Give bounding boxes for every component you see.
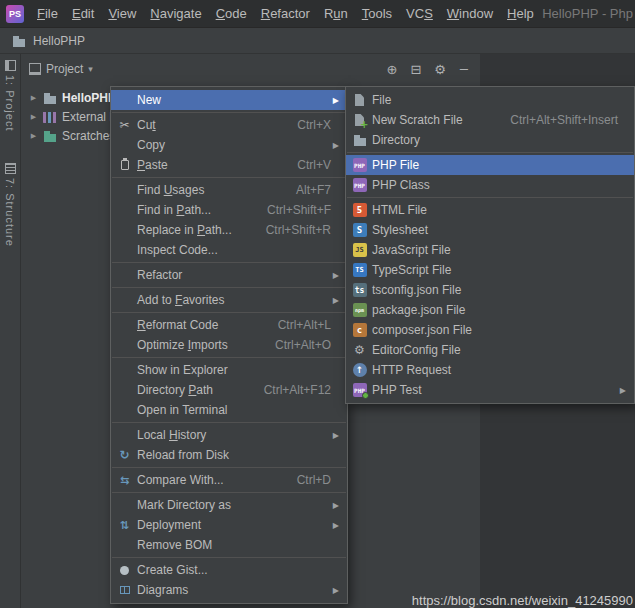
menu-item-gutter [114, 497, 135, 513]
menu-item-label: Reload from Disk [137, 448, 229, 462]
menu-item-find-usages[interactable]: Find UsagesAlt+F7 [111, 180, 347, 200]
submenu-arrow-icon: ▶ [333, 271, 341, 280]
menu-item-typescript-file[interactable]: TypeScript File [346, 260, 634, 280]
menu-item-html-file[interactable]: HTML File [346, 200, 634, 220]
tool-window-button-structure[interactable]: 7: Structure [0, 157, 20, 247]
menu-item-label: Inspect Code... [137, 243, 218, 257]
menu-item-remove-bom[interactable]: Remove BOM [111, 535, 347, 555]
menubar-item-window[interactable]: Window [440, 3, 500, 24]
menu-item-add-to-favorites[interactable]: Add to Favorites▶ [111, 290, 347, 310]
menu-item-file[interactable]: File [346, 90, 634, 110]
menu-item-label: Refactor [137, 268, 182, 282]
menubar-item-vcs[interactable]: VCS [399, 3, 440, 24]
menu-separator [112, 467, 346, 468]
menubar-item-view[interactable]: View [101, 3, 143, 24]
menu-item-gutter [114, 242, 135, 258]
menu-item-gutter [349, 362, 370, 378]
menu-item-directory-path[interactable]: Directory PathCtrl+Alt+F12 [111, 380, 347, 400]
watermark: https://blog.csdn.net/weixin_41245990 [412, 593, 633, 608]
menubar-item-refactor[interactable]: Refactor [254, 3, 317, 24]
settings-gear-icon[interactable]: ⚙ [428, 62, 452, 77]
menu-item-label: Diagrams [137, 583, 188, 597]
menu-item-label: HTML File [372, 203, 427, 217]
menu-item-diagrams[interactable]: Diagrams▶ [111, 580, 347, 600]
menu-item-php-class[interactable]: PHP Class [346, 175, 634, 195]
phpstorm-window: PS FileEditViewNavigateCodeRefactorRunTo… [0, 0, 635, 608]
chevron-right-icon[interactable]: ▶ [29, 132, 38, 140]
menu-item-create-gist[interactable]: Create Gist... [111, 560, 347, 580]
project-panel-title[interactable]: Project [46, 62, 83, 76]
menubar-item-tools[interactable]: Tools [355, 3, 399, 24]
menu-item-open-in-terminal[interactable]: Open in Terminal [111, 400, 347, 420]
menu-item-label: Directory [372, 133, 420, 147]
menu-item-gutter [349, 222, 370, 238]
menu-item-deployment[interactable]: Deployment▶ [111, 515, 347, 535]
menu-item-mark-directory-as[interactable]: Mark Directory as▶ [111, 495, 347, 515]
menu-separator [112, 312, 346, 313]
chevron-down-icon[interactable]: ▾ [88, 64, 93, 74]
breadcrumb-project[interactable]: HelloPHP [33, 34, 85, 48]
menu-item-label: Copy [137, 138, 165, 152]
menu-item-javascript-file[interactable]: JavaScript File [346, 240, 634, 260]
tool-window-button-project[interactable]: 1: Project [0, 54, 20, 131]
menu-item-label: PHP File [372, 158, 419, 172]
menu-item-http-request[interactable]: HTTP Request [346, 360, 634, 380]
menu-item-label: Create Gist... [137, 563, 208, 577]
menu-item-composer-json-file[interactable]: composer.json File [346, 320, 634, 340]
menu-item-reload-from-disk[interactable]: Reload from Disk [111, 445, 347, 465]
menu-item-new-scratch-file[interactable]: New Scratch FileCtrl+Alt+Shift+Insert [346, 110, 634, 130]
menu-item-gutter [349, 202, 370, 218]
menu-item-gutter [114, 472, 135, 488]
chevron-right-icon[interactable]: ▶ [29, 113, 38, 121]
menu-item-label: Cut [137, 118, 156, 132]
menu-item-label: TypeScript File [372, 263, 451, 277]
menubar-item-label: Code [216, 6, 247, 21]
menu-item-php-file[interactable]: PHP File [346, 155, 634, 175]
menubar-item-file[interactable]: File [30, 3, 65, 24]
menu-item-local-history[interactable]: Local History▶ [111, 425, 347, 445]
menu-item-label: New Scratch File [372, 113, 463, 127]
menu-item-label: Paste [137, 158, 168, 172]
menu-item-stylesheet[interactable]: Stylesheet [346, 220, 634, 240]
menu-separator [112, 287, 346, 288]
menu-item-package-json-file[interactable]: package.json File [346, 300, 634, 320]
chevron-right-icon[interactable]: ▶ [29, 94, 38, 102]
menu-item-directory[interactable]: Directory [346, 130, 634, 150]
menu-item-label: Find in Path... [137, 203, 211, 217]
locate-icon[interactable]: ⊕ [380, 62, 404, 77]
menubar-item-run[interactable]: Run [317, 3, 355, 24]
menubar-item-code[interactable]: Code [209, 3, 254, 24]
menu-item-inspect-code[interactable]: Inspect Code... [111, 240, 347, 260]
menu-item-new[interactable]: New▶ [111, 90, 347, 110]
menu-item-show-in-explorer[interactable]: Show in Explorer [111, 360, 347, 380]
menu-item-tsconfig-json-file[interactable]: tsconfig.json File [346, 280, 634, 300]
menu-item-find-in-path[interactable]: Find in Path...Ctrl+Shift+F [111, 200, 347, 220]
menubar-item-edit[interactable]: Edit [65, 3, 101, 24]
menu-separator [112, 422, 346, 423]
menu-item-label: Open in Terminal [137, 403, 228, 417]
hide-panel-icon[interactable]: ─ [452, 62, 476, 77]
file-icon [353, 93, 367, 107]
menu-item-php-test[interactable]: PHP Test▶ [346, 380, 634, 400]
tool-window-label-project: 1: Project [4, 75, 16, 131]
package-json-icon [353, 303, 367, 317]
menu-item-editorconfig-file[interactable]: EditorConfig File [346, 340, 634, 360]
menu-item-cut[interactable]: CutCtrl+X [111, 115, 347, 135]
menu-item-paste[interactable]: PasteCtrl+V [111, 155, 347, 175]
menu-item-copy[interactable]: Copy▶ [111, 135, 347, 155]
menu-item-label: HTTP Request [372, 363, 451, 377]
menubar-item-label: File [37, 6, 58, 21]
menubar-item-navigate[interactable]: Navigate [143, 3, 208, 24]
menubar-item-label: Tools [362, 6, 392, 21]
panel-toolbar: ⊕⊟⚙─ [380, 62, 476, 77]
left-tool-strip: 1: Project 7: Structure [0, 54, 21, 608]
menubar-item-help[interactable]: Help [500, 3, 541, 24]
collapse-all-icon[interactable]: ⊟ [404, 62, 428, 77]
menu-item-shortcut: Ctrl+V [297, 158, 341, 172]
menu-item-label: JavaScript File [372, 243, 451, 257]
menu-item-replace-in-path[interactable]: Replace in Path...Ctrl+Shift+R [111, 220, 347, 240]
menu-item-refactor[interactable]: Refactor▶ [111, 265, 347, 285]
menu-item-reformat-code[interactable]: Reformat CodeCtrl+Alt+L [111, 315, 347, 335]
menu-item-optimize-imports[interactable]: Optimize ImportsCtrl+Alt+O [111, 335, 347, 355]
menu-item-compare-with[interactable]: Compare With...Ctrl+D [111, 470, 347, 490]
